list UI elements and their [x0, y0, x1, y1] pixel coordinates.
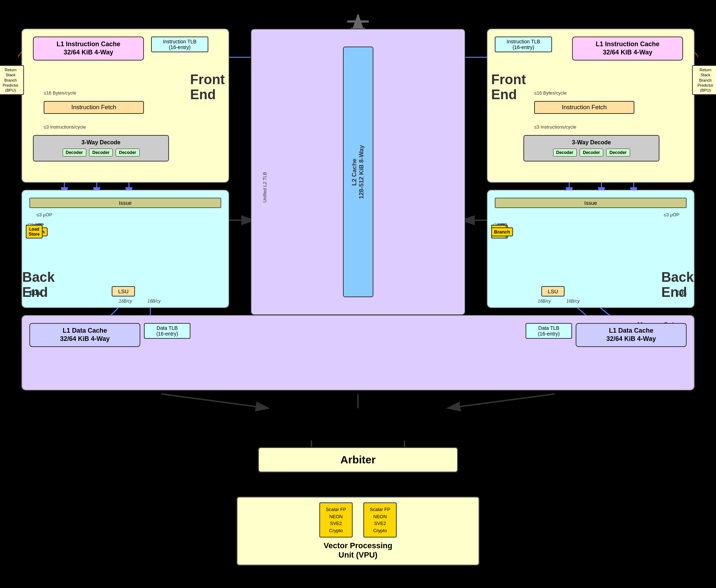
- l2-tlb-label: Unified L2 TLB: [262, 172, 267, 203]
- bandwidth-2-right: 16B/cy: [566, 299, 580, 304]
- decoder-3-right: Decoder: [606, 149, 630, 156]
- uop-throughput-right: ≤3 μOP: [664, 212, 679, 217]
- l2-cache-label: L2 Cache128-512 KiB 8-Way: [351, 145, 366, 199]
- uop-throughput-left: ≤3 μOP: [37, 212, 52, 217]
- dtlb-right: Data TLB(16-entry): [526, 323, 572, 339]
- lsu-right: LSU: [541, 286, 565, 297]
- issue-left: Issue: [29, 198, 221, 208]
- lsu-left: LSU: [112, 286, 135, 297]
- vpu-label: Vector ProcessingUnit (VPU): [242, 541, 474, 560]
- memory-subsys: Memory Subsys L1 Data Cache32/64 KiB 4-W…: [21, 315, 695, 390]
- arbiter: Arbiter: [258, 447, 458, 473]
- l2-cache-container: L2 Cache128-512 KiB 8-Way Unified L2 TLB: [251, 29, 465, 315]
- decode-label-right: 3-Way Decode: [528, 139, 655, 146]
- bytes-per-cycle-left: ≤16 Bytes/cycle: [44, 90, 76, 96]
- decoder-2-right: Decoder: [580, 149, 603, 156]
- front-end-left: L1 Instruction Cache32/64 KiB 4-Way Inst…: [21, 29, 229, 183]
- dtlb-left: Data TLB(16-entry): [144, 323, 190, 339]
- vpu-unit-1: Scalar FPNEONSVE2Crypto: [319, 502, 353, 538]
- decode-left: 3-Way Decode Decoder Decoder Decoder: [33, 135, 169, 162]
- instructions-per-cycle-right: ≤3 Instructions/cycle: [534, 124, 576, 130]
- decoder-1-left: Decoder: [63, 149, 86, 156]
- itlb-right: Instruction TLB(16-entry): [495, 37, 552, 52]
- l1-dcache-right: L1 Data Cache32/64 KiB 4-Way: [576, 323, 687, 347]
- bandwidth-1-right: 16B/cy: [538, 299, 551, 304]
- svg-line-51: [161, 394, 268, 408]
- vpu-unit-2: Scalar FPNEONSVE2Crypto: [363, 502, 397, 538]
- arbiter-label: Arbiter: [265, 454, 451, 466]
- load-store-left: LoadStore: [26, 225, 43, 238]
- front-end-label-right: FrontEnd: [491, 72, 526, 102]
- instructions-per-cycle-left: ≤3 Instructions/cycle: [44, 124, 86, 130]
- decode-label: 3-Way Decode: [37, 139, 165, 146]
- l2-cache-bar: L2 Cache128-512 KiB 8-Way: [343, 47, 373, 297]
- front-end-right: L1 Instruction Cache32/64 KiB 4-Way Inst…: [487, 29, 695, 183]
- decoder-3-left: Decoder: [116, 149, 139, 156]
- back-end-label-left: BackEnd: [22, 270, 55, 300]
- ifetch-left: Instruction Fetch: [44, 101, 144, 114]
- decoder-1-right: Decoder: [553, 149, 577, 156]
- front-end-label-left: FrontEnd: [190, 72, 225, 102]
- bytes-per-cycle-right: ≤16 Bytes/cycle: [534, 90, 567, 96]
- bandwidth-1-left: 16B/cy: [119, 299, 132, 304]
- rs-bpu-right: ReturnStackBranchPredictor(BPU): [692, 65, 716, 95]
- l1-icache-right: L1 Instruction Cache32/64 KiB 4-Way: [572, 37, 683, 61]
- vpu: Scalar FPNEONSVE2Crypto Scalar FPNEONSVE…: [236, 496, 480, 566]
- rs-bpu-left: ReturnStackBranchPredictor(BPU): [0, 65, 24, 95]
- back-end-right: Issue ≤3 μOP μOP μOP μOP μOP μOP μOP μOP…: [487, 190, 695, 308]
- svg-line-53: [448, 394, 555, 408]
- ifetch-right: Instruction Fetch: [534, 101, 634, 114]
- bandwidth-2-left: 16B/cy: [147, 299, 161, 304]
- l1-icache-left: L1 Instruction Cache32/64 KiB 4-Way: [33, 37, 144, 61]
- decoder-2-left: Decoder: [89, 149, 113, 156]
- itlb-left: Instruction TLB(16-entry): [151, 37, 208, 52]
- l1-dcache-left: L1 Data Cache32/64 KiB 4-Way: [29, 323, 140, 347]
- decode-right: 3-Way Decode Decoder Decoder Decoder: [523, 135, 659, 162]
- issue-right: Issue: [495, 198, 687, 208]
- back-end-label-right: BackEnd: [661, 270, 694, 300]
- back-end-left: Issue ≤3 μOP μOP μOP μOP μOP μOP μOP μOP…: [21, 190, 229, 308]
- branch-right: Branch: [491, 227, 513, 236]
